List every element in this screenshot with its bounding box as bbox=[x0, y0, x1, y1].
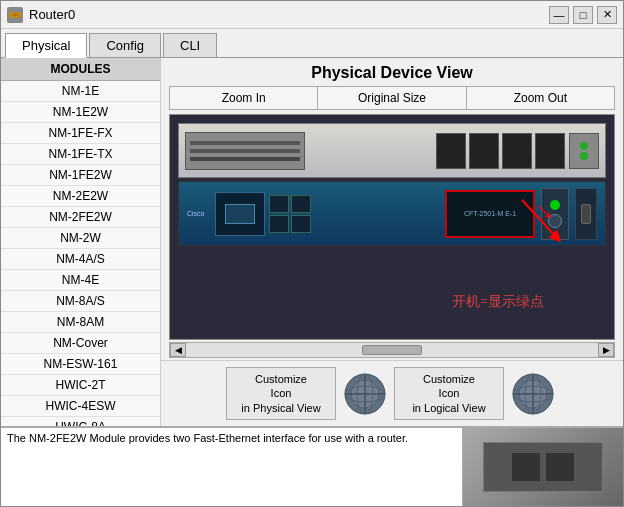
window-controls: — □ ✕ bbox=[549, 6, 617, 24]
info-text: The NM-2FE2W Module provides two Fast-Et… bbox=[1, 427, 463, 506]
list-item[interactable]: NM-1FE-FX bbox=[1, 123, 160, 144]
annotation-text: 开机=显示绿点 bbox=[452, 293, 544, 311]
customize-physical-button[interactable]: CustomizeIconin Physical View bbox=[226, 367, 336, 420]
tab-physical[interactable]: Physical bbox=[5, 33, 87, 58]
list-item[interactable]: NM-4E bbox=[1, 270, 160, 291]
tabs-bar: Physical Config CLI bbox=[1, 29, 623, 58]
main-content: MODULES NM-1E NM-1E2W NM-1FE-FX NM-1FE-T… bbox=[1, 58, 623, 426]
list-item[interactable]: NM-4A/S bbox=[1, 249, 160, 270]
horizontal-scrollbar[interactable]: ◀ ▶ bbox=[169, 342, 615, 358]
list-item[interactable]: NM-1E bbox=[1, 81, 160, 102]
bottom-buttons: CustomizeIconin Physical View CustomizeI… bbox=[161, 360, 623, 426]
customize-logical-label: CustomizeIconin Logical View bbox=[412, 372, 485, 415]
tab-config[interactable]: Config bbox=[89, 33, 161, 57]
close-button[interactable]: ✕ bbox=[597, 6, 617, 24]
title-bar: Router0 — □ ✕ bbox=[1, 1, 623, 29]
list-item[interactable]: NM-1E2W bbox=[1, 102, 160, 123]
scroll-thumb[interactable] bbox=[362, 345, 422, 355]
list-item[interactable]: NM-2W bbox=[1, 228, 160, 249]
list-item[interactable]: HWIC-4ESW bbox=[1, 396, 160, 417]
zoom-in-button[interactable]: Zoom In bbox=[170, 87, 318, 109]
modules-list[interactable]: NM-1E NM-1E2W NM-1FE-FX NM-1FE-TX NM-1FE… bbox=[1, 81, 160, 426]
customize-physical-label: CustomizeIconin Physical View bbox=[241, 372, 320, 415]
list-item[interactable]: NM-2E2W bbox=[1, 186, 160, 207]
bottom-info: The NM-2FE2W Module provides two Fast-Et… bbox=[1, 426, 623, 506]
zoom-controls: Zoom In Original Size Zoom Out bbox=[169, 86, 615, 110]
list-item[interactable]: HWIC-2T bbox=[1, 375, 160, 396]
list-item[interactable]: NM-2FE2W bbox=[1, 207, 160, 228]
device-view-wrapper: Physical Device View Zoom In Original Si… bbox=[161, 58, 623, 426]
red-arrow-svg bbox=[512, 190, 572, 245]
maximize-button[interactable]: □ bbox=[573, 6, 593, 24]
list-item[interactable]: HWIC-8A bbox=[1, 417, 160, 426]
list-item[interactable]: NM-1FE-TX bbox=[1, 144, 160, 165]
customize-logical-button[interactable]: CustomizeIconin Logical View bbox=[394, 367, 504, 420]
main-window: Router0 — □ ✕ Physical Config CLI MODULE… bbox=[0, 0, 624, 507]
svg-line-4 bbox=[522, 200, 557, 238]
minimize-button[interactable]: — bbox=[549, 6, 569, 24]
title-bar-left: Router0 bbox=[7, 7, 75, 23]
router-icon-logical bbox=[508, 369, 558, 419]
scroll-left-button[interactable]: ◀ bbox=[170, 343, 186, 357]
list-item[interactable]: NM-8A/S bbox=[1, 291, 160, 312]
window-title: Router0 bbox=[29, 7, 75, 22]
scroll-right-button[interactable]: ▶ bbox=[598, 343, 614, 357]
original-size-button[interactable]: Original Size bbox=[318, 87, 466, 109]
device-view-title: Physical Device View bbox=[161, 58, 623, 86]
zoom-out-button[interactable]: Zoom Out bbox=[467, 87, 614, 109]
sidebar: MODULES NM-1E NM-1E2W NM-1FE-FX NM-1FE-T… bbox=[1, 58, 161, 426]
device-canvas: Cisco bbox=[169, 114, 615, 340]
app-icon bbox=[7, 7, 23, 23]
info-image-area bbox=[463, 427, 623, 506]
tab-cli[interactable]: CLI bbox=[163, 33, 217, 57]
router-icon-physical bbox=[340, 369, 390, 419]
list-item[interactable]: NM-8AM bbox=[1, 312, 160, 333]
sidebar-header: MODULES bbox=[1, 58, 160, 81]
list-item[interactable]: NM-1FE2W bbox=[1, 165, 160, 186]
list-item[interactable]: NM-Cover bbox=[1, 333, 160, 354]
list-item[interactable]: NM-ESW-161 bbox=[1, 354, 160, 375]
